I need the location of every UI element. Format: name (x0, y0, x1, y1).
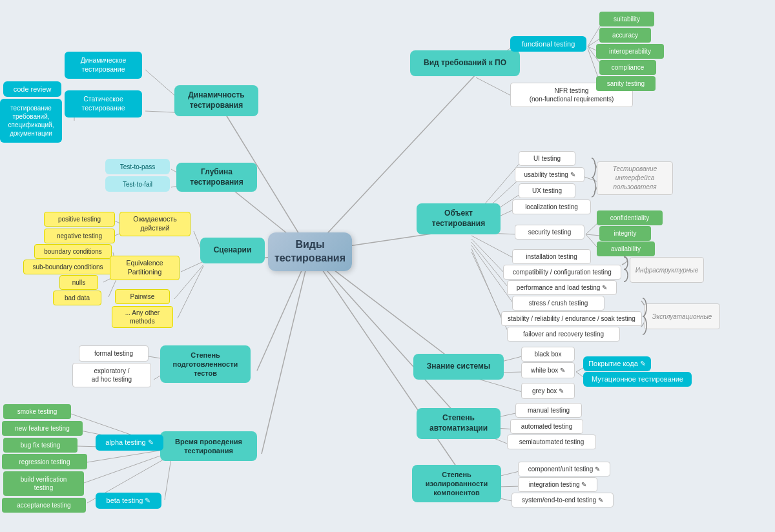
leaf-exploratory: exploratory /ad hoc testing (72, 363, 151, 387)
label-infra: Инфраструктурные (630, 257, 704, 283)
leaf-manual: manual testing (515, 403, 582, 418)
svg-line-56 (471, 249, 502, 321)
leaf-installation: installation testing (512, 249, 591, 264)
leaf-test-to-pass: Test-to-pass (105, 159, 170, 174)
leaf-din-test: Динамическоетестирование (65, 52, 142, 79)
leaf-stability: stability / reliability / endurance / so… (501, 311, 642, 326)
leaf-positive: positive testing (44, 212, 115, 227)
leaf-formal: formal testing (79, 345, 149, 362)
svg-line-53 (471, 239, 506, 274)
leaf-availability: availability (597, 241, 655, 256)
leaf-alpha: alpha testing ✎ (96, 435, 163, 451)
svg-line-32 (84, 452, 171, 483)
leaf-sub-boundary: sub-boundary conditions (23, 260, 112, 274)
svg-line-4 (262, 252, 310, 454)
leaf-beta: beta testing ✎ (96, 493, 161, 509)
branch-object-test: Объекттестирования (417, 203, 501, 234)
center-label: Видытестирования (274, 238, 346, 265)
leaf-perf-load: performance and load testing ✎ (507, 280, 617, 295)
leaf-usability: usability testing ✎ (515, 167, 584, 182)
leaf-pokrytie: Покрытие кода ✎ (583, 356, 651, 371)
leaf-suitability: suitability (599, 12, 654, 26)
branch-dinamichnost: Динамичностьтестирования (174, 85, 258, 116)
leaf-white-box: white box ✎ (521, 362, 575, 378)
leaf-accuracy: accuracy (599, 28, 651, 43)
leaf-eq-part: EquivalencePartitioning (110, 256, 180, 280)
leaf-boundary: boundary conditions (34, 244, 112, 259)
leaf-semiautomated: semiautomated testing (507, 435, 596, 449)
svg-line-35 (165, 458, 171, 500)
leaf-security: security testing (515, 225, 584, 240)
leaf-oj-dejst: Ожидаемостьдействий (119, 212, 191, 236)
branch-stepen-podg: Степеньподготовленноститестов (160, 345, 251, 383)
leaf-code-review: code review (3, 81, 61, 97)
leaf-mutac: Мутационное тестирование (583, 372, 692, 387)
leaf-stat-test: Статическоетестирование (65, 90, 142, 118)
leaf-nulls: nulls (59, 275, 98, 290)
center-node: Видытестирования (268, 232, 352, 271)
branch-znanie: Знание системы (413, 354, 504, 380)
svg-line-8 (310, 252, 471, 431)
label-expluatac: Эксплуатационные (644, 303, 720, 329)
branch-scenarii: Сценарии (200, 238, 265, 263)
leaf-compatibility: compatibility / configuration testing (503, 265, 621, 280)
leaf-integrity: integrity (599, 226, 651, 241)
leaf-negative: negative testing (44, 229, 115, 243)
svg-line-17 (181, 261, 203, 272)
leaf-smoke: smoke testing (3, 404, 71, 419)
leaf-bad-data: bad data (53, 291, 101, 305)
svg-line-37 (476, 77, 513, 97)
leaf-regression: regression testing (2, 454, 87, 469)
leaf-test-to-fail: Test-to-fail (105, 176, 170, 192)
branch-stepen-avt: Степеньавтоматизации (417, 408, 501, 439)
leaf-ui-testing: UI testing (519, 151, 575, 166)
branch-glubina: Глубинатестирования (176, 163, 257, 192)
leaf-any-other: ... Any othermethods (112, 306, 173, 328)
leaf-system-e2e: system/end-to-end testing ✎ (512, 493, 614, 507)
svg-line-50 (586, 234, 601, 236)
leaf-grey-box: grey box ✎ (521, 383, 575, 399)
leaf-automated: automated testing (510, 419, 583, 434)
leaf-build-ver: build verificationtesting (3, 471, 84, 496)
branch-stepen-izol: Степеньизолированностикомпонентов (412, 465, 501, 502)
leaf-confidentiality: confidentiality (597, 210, 663, 225)
svg-line-31 (87, 449, 171, 462)
leaf-interoperability: interoperability (596, 44, 664, 59)
leaf-ux-testing: UX testing (519, 183, 575, 198)
leaf-new-feature: new feature testing (2, 421, 83, 436)
leaf-test-treb: тестированиетребований,спецификаций,доку… (0, 99, 62, 143)
leaf-compliance: compliance (599, 60, 656, 75)
leaf-acceptance: acceptance testing (2, 498, 86, 513)
leaf-component: component/unit testing ✎ (518, 462, 610, 476)
branch-vremya: Время проведениятестирования (160, 431, 257, 461)
leaf-localization: localization testing (512, 200, 591, 214)
svg-line-52 (471, 236, 515, 259)
branch-vid-treb: Вид требований к ПО (410, 50, 520, 76)
leaf-test-interf: Тестированиеинтерфейсапользователя (597, 161, 673, 195)
leaf-pairwise: Pairwise (115, 289, 170, 304)
leaf-failover: failover and recovery testing (507, 327, 620, 342)
leaf-sanity: sanity testing (596, 76, 656, 91)
leaf-stress: stress / crush testing (512, 296, 604, 311)
leaf-integration: integration testing ✎ (518, 477, 597, 492)
leaf-bug-fix: bug fix testing (3, 438, 78, 453)
svg-line-19 (178, 266, 203, 318)
leaf-functional: functional testing (510, 36, 586, 52)
leaf-black-box: black box (521, 347, 575, 362)
